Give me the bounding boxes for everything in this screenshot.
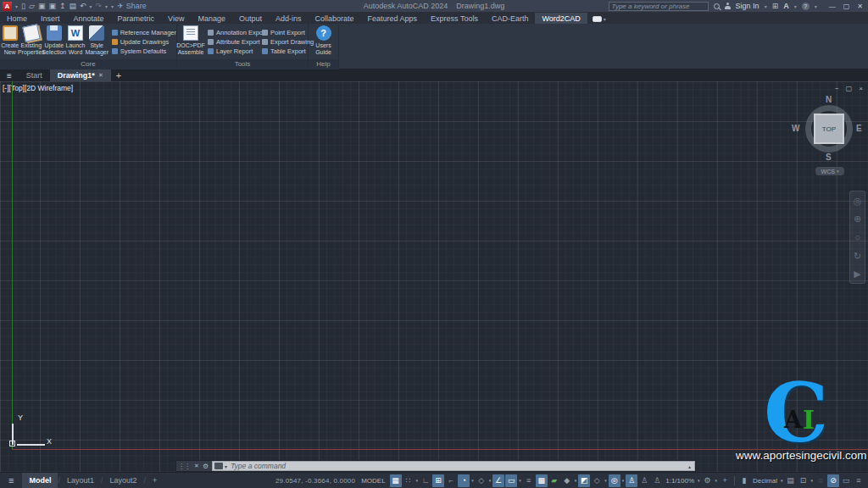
app-menu-button[interactable]: A (3, 2, 12, 11)
command-input[interactable] (231, 462, 685, 471)
launch-word-button[interactable]: W LaunchWord (65, 24, 85, 59)
isodraft-caret-icon[interactable]: ▾ (488, 478, 492, 483)
tab-cad-earth[interactable]: CAD-Earth (485, 13, 536, 24)
viewport-controls-label[interactable]: [-][Top][2D Wireframe] (3, 84, 73, 92)
object-snap-icon[interactable]: ▭ (505, 474, 517, 487)
layer-report-button[interactable]: Layer Report (208, 47, 260, 55)
quick-properties-icon[interactable]: ▤ (784, 474, 796, 487)
snap-caret-icon[interactable]: ▾ (415, 478, 420, 483)
tab-output[interactable]: Output (232, 13, 269, 24)
tab-manage[interactable]: Manage (191, 13, 232, 24)
tab-annotate[interactable]: Annotate (67, 13, 111, 24)
drawing-restore-button[interactable]: ▢ (846, 85, 853, 92)
export-button[interactable]: ↥ (59, 0, 66, 12)
undo-button[interactable]: ↶ (80, 0, 86, 12)
lock-ui-icon[interactable]: ⊡ (797, 474, 809, 487)
model-space-label[interactable]: MODEL (361, 477, 385, 485)
search-input[interactable] (609, 2, 709, 11)
app-store-cart-icon[interactable]: ⊞ (772, 0, 779, 12)
reference-manager-button[interactable]: Reference Manager (112, 29, 176, 36)
users-guide-button[interactable]: ? UsersGuide (311, 24, 337, 59)
create-new-button[interactable]: CreateNew (0, 24, 19, 59)
search-icon[interactable] (714, 3, 720, 9)
tab-start[interactable]: Start (19, 69, 50, 81)
drawing-close-button[interactable]: × (859, 85, 863, 92)
orbit-icon[interactable]: ↻ (854, 252, 861, 260)
panel-title-help[interactable]: Help (309, 59, 338, 69)
object-snap-tracking-icon[interactable]: ∠ (492, 474, 504, 487)
save-as-button[interactable]: ▣ (48, 0, 56, 12)
workspace-caret-icon[interactable]: ▾ (715, 478, 719, 483)
new-file-button[interactable]: ▯ (21, 0, 25, 12)
status-customize-icon[interactable]: ≡ (853, 474, 865, 487)
osnap-3d-icon[interactable]: ◆ (561, 474, 573, 487)
help-icon[interactable]: ? (802, 3, 810, 10)
recent-commands-caret-icon[interactable]: ▾ (225, 463, 227, 469)
dynamic-input-icon[interactable]: ⊞ (432, 474, 444, 487)
doc-pdf-assemble-button[interactable]: DOC>PDFAssemble (177, 24, 204, 59)
redo-button[interactable]: ↷ (96, 0, 103, 12)
store-caret-icon[interactable]: ▾ (794, 3, 797, 9)
command-history-up-icon[interactable]: ▴ (685, 463, 694, 469)
close-drawing-icon[interactable]: ✕ (98, 72, 103, 79)
tab-layout1[interactable]: Layout1 (60, 473, 101, 488)
style-manager-button[interactable]: StyleManager (86, 24, 108, 59)
annotation-export-button[interactable]: Annotation Export (208, 29, 260, 36)
update-selection-button[interactable]: UpdateSelection (42, 24, 65, 59)
help-caret-icon[interactable]: ▾ (815, 3, 817, 9)
system-defaults-button[interactable]: System Defaults (112, 47, 176, 55)
units-label[interactable]: Decimal (751, 477, 779, 485)
drawing-canvas[interactable]: [-][Top][2D Wireframe] − ▢ × Y X TOP N S… (0, 81, 868, 472)
annotation-scale-icon[interactable]: ♙ (651, 474, 663, 487)
lineweight-icon[interactable]: ≡ (523, 474, 535, 487)
tab-model[interactable]: Model (22, 473, 58, 488)
viewcube-top-face[interactable]: TOP (814, 114, 844, 144)
navigation-wheel-icon[interactable]: ◎ (854, 197, 862, 205)
minimize-button[interactable]: — (829, 3, 836, 10)
gizmo-icon[interactable]: ◎ (609, 474, 620, 487)
redo-caret-icon[interactable]: ▾ (105, 3, 108, 9)
sign-in-button[interactable]: Sign In (736, 2, 760, 10)
tab-home[interactable]: Home (0, 13, 34, 24)
tab-insert[interactable]: Insert (34, 13, 67, 24)
ortho-icon[interactable]: ⌐ (445, 474, 457, 487)
open-file-button[interactable]: ▱ (29, 0, 35, 12)
point-export-button[interactable]: Point Export (262, 29, 308, 36)
ribbon-display-toggle[interactable]: ▾ (593, 16, 606, 24)
osnap-caret-icon[interactable]: ▾ (518, 478, 522, 483)
plot-button[interactable]: ▤ (69, 0, 76, 12)
recent-commands-icon[interactable] (214, 463, 223, 469)
tab-express-tools[interactable]: Express Tools (424, 13, 485, 24)
graphics-performance-icon[interactable]: ⊘ (827, 474, 839, 487)
new-drawing-button[interactable]: + (116, 70, 121, 80)
viewcube-north[interactable]: N (826, 95, 832, 104)
user-icon[interactable] (725, 3, 731, 9)
viewcube-east[interactable]: E (856, 124, 862, 133)
clean-screen-icon[interactable]: ▭ (840, 474, 852, 487)
lock-ui-caret-icon[interactable]: ▾ (810, 478, 814, 483)
polar-caret-icon[interactable]: ▾ (470, 478, 475, 483)
command-line-grip[interactable]: ⋮⋮ (176, 463, 192, 470)
selection-filtering-caret-icon[interactable]: ▾ (604, 478, 608, 483)
dynamic-ucs-icon[interactable]: ◩ (578, 474, 590, 487)
restore-button[interactable]: ▢ (843, 3, 850, 10)
export-drawing-button[interactable]: Export Drawing (262, 38, 308, 46)
autodesk-app-icon[interactable]: A (783, 0, 789, 12)
transparency-icon[interactable]: ▩ (536, 474, 548, 487)
command-line-customize-icon[interactable]: ⚙ (202, 463, 212, 470)
tab-word2cad[interactable]: Word2CAD (535, 13, 587, 24)
snap-mode-icon[interactable]: ∷ (403, 474, 415, 487)
new-layout-button[interactable]: + (146, 473, 164, 488)
isometric-drafting-icon[interactable]: ◇ (476, 474, 487, 487)
tab-add-ins[interactable]: Add-ins (269, 13, 309, 24)
update-drawings-button[interactable]: Update Drawings (112, 38, 176, 46)
panel-title-tools[interactable]: Tools (177, 59, 308, 69)
layout-menu-icon[interactable]: ≡ (0, 475, 22, 485)
command-line-close-icon[interactable]: ✕ (192, 463, 202, 469)
pan-icon[interactable]: ⊕ (854, 214, 861, 223)
infer-constraints-icon[interactable]: ∟ (420, 474, 431, 487)
isolate-objects-icon[interactable]: ◌ (815, 474, 826, 487)
sign-in-caret-icon[interactable]: ▾ (765, 3, 767, 9)
osnap-3d-caret-icon[interactable]: ▾ (574, 478, 578, 483)
qat-customize-icon[interactable]: ▾ (111, 3, 114, 9)
